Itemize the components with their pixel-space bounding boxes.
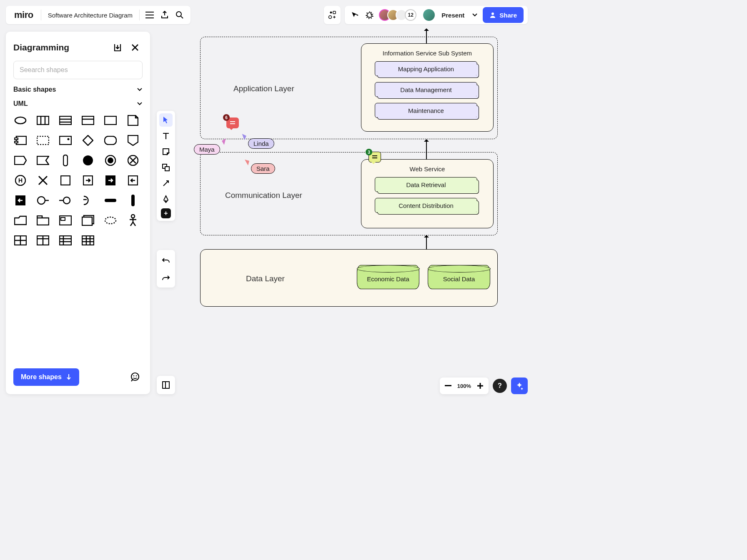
cursor-pointer-icon <box>218 137 226 145</box>
ai-assist-button[interactable] <box>511 378 528 394</box>
chevron-down-icon[interactable] <box>470 8 479 22</box>
select-tool[interactable] <box>159 113 173 127</box>
help-button[interactable]: ? <box>493 379 507 393</box>
more-shapes-button[interactable]: More shapes <box>13 368 79 386</box>
arrow-tool[interactable] <box>159 177 173 190</box>
shape-x[interactable] <box>36 173 50 188</box>
shape-circle-ring[interactable] <box>103 153 118 168</box>
section-basic-shapes[interactable]: Basic shapes <box>13 86 143 93</box>
shape-table-grid[interactable] <box>81 233 95 248</box>
box-item[interactable]: Content Distribution <box>375 198 477 213</box>
cursor-tool-icon[interactable] <box>349 8 361 22</box>
user-count-badge[interactable]: 12 <box>405 9 416 21</box>
shape-square[interactable] <box>58 173 73 188</box>
shape-rect-dot[interactable] <box>58 133 73 148</box>
shape-rectangle[interactable] <box>103 113 118 128</box>
arrow[interactable] <box>426 236 427 249</box>
cylinder-economic[interactable]: Economic Data <box>357 265 419 289</box>
box-item[interactable]: Data Retrieval <box>375 177 477 192</box>
shape-table-sidebar[interactable] <box>58 233 73 248</box>
section-uml[interactable]: UML <box>13 100 143 108</box>
redo-button[interactable] <box>159 271 173 284</box>
avatar-stack[interactable]: 12 <box>379 9 416 21</box>
shape-square-arrow-l-filled[interactable] <box>13 193 28 208</box>
hamburger-icon[interactable] <box>142 8 157 22</box>
search-icon[interactable] <box>172 8 187 22</box>
arrow[interactable] <box>426 140 427 159</box>
shape-square-arrow-r-filled[interactable] <box>103 173 118 188</box>
shape-bar-v[interactable] <box>58 153 73 168</box>
undo-button[interactable] <box>159 253 173 267</box>
shape-diamond[interactable] <box>81 133 95 148</box>
shape-package[interactable] <box>36 213 50 228</box>
search-input[interactable] <box>13 61 143 79</box>
shape-signal[interactable] <box>36 153 50 168</box>
text-tool[interactable] <box>159 129 173 142</box>
shape-circle-h[interactable]: H <box>13 173 28 188</box>
comment-bubble[interactable]: 6 <box>226 118 239 128</box>
shape-tool[interactable] <box>159 161 173 174</box>
divider <box>139 10 140 20</box>
shape-browser[interactable] <box>58 213 73 228</box>
export-icon[interactable] <box>157 8 172 22</box>
share-button[interactable]: Share <box>483 7 524 23</box>
shape-square-arrow-l[interactable] <box>126 173 140 188</box>
shape-required-interface[interactable] <box>58 193 73 208</box>
pen-tool[interactable] <box>159 192 173 206</box>
shape-table-header[interactable] <box>36 233 50 248</box>
apps-button[interactable] <box>324 6 341 24</box>
zoom-level[interactable]: 100% <box>457 383 471 389</box>
box-item[interactable]: Maintenance <box>375 103 477 118</box>
shape-provided-interface[interactable] <box>36 193 50 208</box>
arrow[interactable] <box>426 29 427 43</box>
shape-actor[interactable] <box>126 213 140 228</box>
box-item[interactable]: Data Management <box>375 82 477 97</box>
add-tool[interactable]: + <box>161 208 171 218</box>
shape-stack[interactable] <box>81 213 95 228</box>
miro-logo[interactable]: miro <box>9 10 38 20</box>
zoom-in-button[interactable] <box>477 382 484 389</box>
shape-container-3col[interactable] <box>36 113 50 128</box>
sticky-tool[interactable] <box>159 145 173 158</box>
cylinder-social[interactable]: Social Data <box>428 265 490 289</box>
box-info-service[interactable]: Information Service Sub System Mapping A… <box>361 43 494 132</box>
bubble-tail <box>229 128 234 132</box>
chevron-down-icon <box>137 88 143 92</box>
shape-bar-h[interactable] <box>103 193 118 208</box>
cylinder-label: Economic Data <box>367 275 409 282</box>
shape-square-arrow-r[interactable] <box>81 173 95 188</box>
box-item[interactable]: Mapping Application <box>375 61 477 76</box>
shape-bar-v-filled[interactable] <box>126 193 140 208</box>
shape-dashed-ellipse[interactable] <box>103 213 118 228</box>
svg-point-14 <box>68 138 70 140</box>
shape-component[interactable] <box>13 133 28 148</box>
close-icon[interactable] <box>128 40 143 55</box>
zoom-out-button[interactable] <box>445 385 451 387</box>
shape-circle-x[interactable] <box>126 153 140 168</box>
present-button[interactable]: Present <box>439 12 467 19</box>
import-icon[interactable] <box>110 40 125 55</box>
shape-rounded-rect[interactable] <box>103 133 118 148</box>
shape-tag[interactable] <box>13 153 28 168</box>
shape-arc[interactable] <box>81 193 95 208</box>
frames-button[interactable] <box>157 376 175 394</box>
shape-dashed-rect[interactable] <box>36 133 50 148</box>
svg-rect-13 <box>60 136 71 145</box>
shape-note[interactable] <box>126 113 140 128</box>
comment-bubble[interactable]: 3 <box>368 152 381 162</box>
box-web-service[interactable]: Web Service Data Retrieval Content Distr… <box>361 159 494 228</box>
shape-card[interactable] <box>81 113 95 128</box>
shape-folder[interactable] <box>13 213 28 228</box>
shape-circle-filled[interactable] <box>81 153 95 168</box>
shape-container-rows[interactable] <box>58 113 73 128</box>
shape-ellipse[interactable] <box>13 113 28 128</box>
svg-rect-12 <box>37 136 49 145</box>
current-user-avatar[interactable] <box>422 8 436 22</box>
canvas[interactable]: Application Layer Information Service Su… <box>179 29 528 371</box>
shape-shield[interactable] <box>126 133 140 148</box>
reactions-icon[interactable] <box>364 8 376 22</box>
feedback-icon[interactable] <box>128 370 143 385</box>
board-title[interactable]: Software Architecture Diagram <box>44 12 137 19</box>
comment-count-badge: 6 <box>223 114 230 121</box>
shape-table-2x2[interactable] <box>13 233 28 248</box>
